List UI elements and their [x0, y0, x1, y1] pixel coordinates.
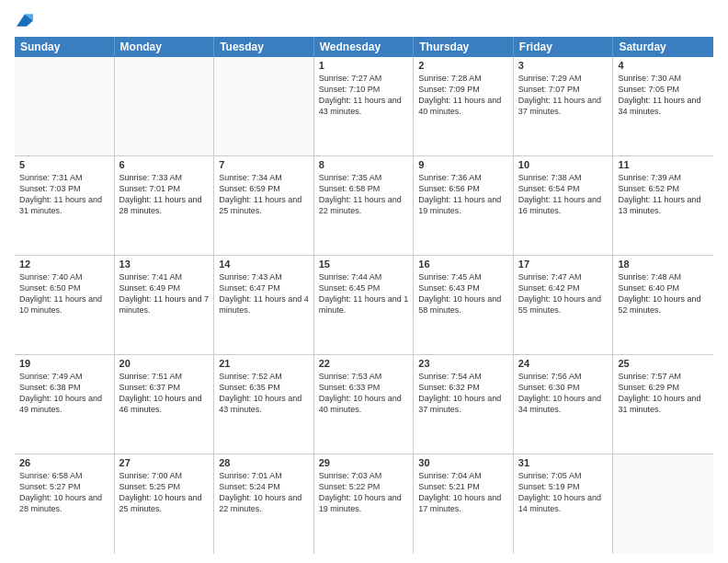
cal-cell: 6Sunrise: 7:33 AMSunset: 7:01 PMDaylight…: [115, 156, 215, 255]
cell-info: Sunrise: 7:39 AMSunset: 6:52 PMDaylight:…: [618, 172, 709, 217]
day-number: 22: [319, 358, 409, 369]
cell-info: Sunrise: 7:03 AMSunset: 5:22 PMDaylight:…: [319, 470, 409, 515]
cell-info: Sunrise: 7:41 AMSunset: 6:49 PMDaylight:…: [119, 271, 210, 316]
day-number: 10: [518, 159, 609, 170]
day-number: 7: [219, 159, 309, 170]
cal-cell: 25Sunrise: 7:57 AMSunset: 6:29 PMDayligh…: [613, 355, 713, 454]
day-number: 11: [618, 159, 709, 170]
cell-info: Sunrise: 7:40 AMSunset: 6:50 PMDaylight:…: [19, 271, 109, 316]
cell-info: Sunrise: 7:28 AMSunset: 7:09 PMDaylight:…: [418, 73, 508, 118]
cell-info: Sunrise: 7:29 AMSunset: 7:07 PMDaylight:…: [518, 73, 609, 118]
cal-cell: 5Sunrise: 7:31 AMSunset: 7:03 PMDaylight…: [15, 156, 115, 255]
cal-cell: 27Sunrise: 7:00 AMSunset: 5:25 PMDayligh…: [115, 454, 215, 554]
cal-cell: 28Sunrise: 7:01 AMSunset: 5:24 PMDayligh…: [214, 454, 314, 554]
day-number: 6: [119, 159, 210, 170]
header-day-friday: Friday: [514, 37, 614, 57]
day-number: 13: [119, 259, 210, 270]
cal-cell: 15Sunrise: 7:44 AMSunset: 6:45 PMDayligh…: [314, 256, 415, 354]
cal-cell: 12Sunrise: 7:40 AMSunset: 6:50 PMDayligh…: [15, 256, 115, 354]
day-number: 14: [219, 259, 309, 270]
cal-cell: 22Sunrise: 7:53 AMSunset: 6:33 PMDayligh…: [314, 355, 415, 454]
cell-info: Sunrise: 7:52 AMSunset: 6:35 PMDaylight:…: [219, 371, 309, 416]
cal-cell: 20Sunrise: 7:51 AMSunset: 6:37 PMDayligh…: [115, 355, 215, 454]
week-row-4: 19Sunrise: 7:49 AMSunset: 6:38 PMDayligh…: [15, 355, 713, 454]
cell-info: Sunrise: 7:48 AMSunset: 6:40 PMDaylight:…: [618, 271, 709, 316]
cal-cell: 31Sunrise: 7:05 AMSunset: 5:19 PMDayligh…: [514, 454, 614, 554]
day-number: 16: [418, 259, 508, 270]
cal-cell: 7Sunrise: 7:34 AMSunset: 6:59 PMDaylight…: [214, 156, 314, 255]
day-number: 3: [518, 60, 609, 71]
cell-info: Sunrise: 7:36 AMSunset: 6:56 PMDaylight:…: [418, 172, 508, 217]
cell-info: Sunrise: 7:45 AMSunset: 6:43 PMDaylight:…: [418, 271, 508, 316]
header-day-thursday: Thursday: [414, 37, 514, 57]
day-number: 2: [418, 60, 508, 71]
cal-cell: 17Sunrise: 7:47 AMSunset: 6:42 PMDayligh…: [514, 256, 614, 354]
cell-info: Sunrise: 7:54 AMSunset: 6:32 PMDaylight:…: [418, 371, 508, 416]
day-number: 30: [418, 457, 508, 468]
cal-cell: [115, 57, 215, 155]
cell-info: Sunrise: 7:30 AMSunset: 7:05 PMDaylight:…: [618, 73, 709, 118]
header-day-tuesday: Tuesday: [214, 37, 314, 57]
cal-cell: 21Sunrise: 7:52 AMSunset: 6:35 PMDayligh…: [214, 355, 314, 454]
header-day-wednesday: Wednesday: [314, 37, 415, 57]
day-number: 24: [518, 358, 609, 369]
day-number: 18: [618, 259, 709, 270]
cell-info: Sunrise: 7:56 AMSunset: 6:30 PMDaylight:…: [518, 371, 609, 416]
calendar: SundayMondayTuesdayWednesdayThursdayFrid…: [15, 37, 713, 554]
cal-cell: 2Sunrise: 7:28 AMSunset: 7:09 PMDaylight…: [414, 57, 514, 155]
header-day-saturday: Saturday: [613, 37, 713, 57]
cal-cell: 1Sunrise: 7:27 AMSunset: 7:10 PMDaylight…: [314, 57, 415, 155]
cell-info: Sunrise: 7:01 AMSunset: 5:24 PMDaylight:…: [219, 470, 309, 515]
cal-cell: 26Sunrise: 6:58 AMSunset: 5:27 PMDayligh…: [15, 454, 115, 554]
cell-info: Sunrise: 7:05 AMSunset: 5:19 PMDaylight:…: [518, 470, 609, 515]
cell-info: Sunrise: 7:57 AMSunset: 6:29 PMDaylight:…: [618, 371, 709, 416]
day-number: 28: [219, 457, 309, 468]
logo-icon: [17, 14, 33, 27]
cal-cell: 3Sunrise: 7:29 AMSunset: 7:07 PMDaylight…: [514, 57, 614, 155]
cell-info: Sunrise: 6:58 AMSunset: 5:27 PMDaylight:…: [19, 470, 109, 515]
cal-cell: 13Sunrise: 7:41 AMSunset: 6:49 PMDayligh…: [115, 256, 215, 354]
calendar-header: SundayMondayTuesdayWednesdayThursdayFrid…: [15, 37, 713, 57]
header-day-sunday: Sunday: [15, 37, 115, 57]
header: [15, 11, 713, 29]
cell-info: Sunrise: 7:44 AMSunset: 6:45 PMDaylight:…: [319, 271, 409, 316]
cell-info: Sunrise: 7:00 AMSunset: 5:25 PMDaylight:…: [119, 470, 210, 515]
cal-cell: [613, 454, 713, 554]
cell-info: Sunrise: 7:43 AMSunset: 6:47 PMDaylight:…: [219, 271, 309, 316]
week-row-1: 1Sunrise: 7:27 AMSunset: 7:10 PMDaylight…: [15, 57, 713, 156]
day-number: 1: [319, 60, 409, 71]
week-row-5: 26Sunrise: 6:58 AMSunset: 5:27 PMDayligh…: [15, 454, 713, 554]
page: SundayMondayTuesdayWednesdayThursdayFrid…: [0, 0, 728, 563]
cal-cell: 30Sunrise: 7:04 AMSunset: 5:21 PMDayligh…: [414, 454, 514, 554]
day-number: 25: [618, 358, 709, 369]
day-number: 29: [319, 457, 409, 468]
cell-info: Sunrise: 7:49 AMSunset: 6:38 PMDaylight:…: [19, 371, 109, 416]
day-number: 27: [119, 457, 210, 468]
cal-cell: 29Sunrise: 7:03 AMSunset: 5:22 PMDayligh…: [314, 454, 415, 554]
day-number: 19: [19, 358, 109, 369]
day-number: 20: [119, 358, 210, 369]
cell-info: Sunrise: 7:04 AMSunset: 5:21 PMDaylight:…: [418, 470, 508, 515]
day-number: 31: [518, 457, 609, 468]
week-row-2: 5Sunrise: 7:31 AMSunset: 7:03 PMDaylight…: [15, 156, 713, 256]
week-row-3: 12Sunrise: 7:40 AMSunset: 6:50 PMDayligh…: [15, 256, 713, 355]
cell-info: Sunrise: 7:53 AMSunset: 6:33 PMDaylight:…: [319, 371, 409, 416]
cal-cell: 11Sunrise: 7:39 AMSunset: 6:52 PMDayligh…: [613, 156, 713, 255]
cal-cell: 14Sunrise: 7:43 AMSunset: 6:47 PMDayligh…: [214, 256, 314, 354]
day-number: 21: [219, 358, 309, 369]
day-number: 12: [19, 259, 109, 270]
day-number: 17: [518, 259, 609, 270]
cal-cell: 8Sunrise: 7:35 AMSunset: 6:58 PMDaylight…: [314, 156, 415, 255]
day-number: 5: [19, 159, 109, 170]
day-number: 23: [418, 358, 508, 369]
cal-cell: 23Sunrise: 7:54 AMSunset: 6:32 PMDayligh…: [414, 355, 514, 454]
day-number: 15: [319, 259, 409, 270]
day-number: 8: [319, 159, 409, 170]
header-day-monday: Monday: [115, 37, 215, 57]
day-number: 4: [618, 60, 709, 71]
day-number: 26: [19, 457, 109, 468]
cal-cell: 19Sunrise: 7:49 AMSunset: 6:38 PMDayligh…: [15, 355, 115, 454]
cal-cell: 9Sunrise: 7:36 AMSunset: 6:56 PMDaylight…: [414, 156, 514, 255]
cell-info: Sunrise: 7:35 AMSunset: 6:58 PMDaylight:…: [319, 172, 409, 217]
cell-info: Sunrise: 7:51 AMSunset: 6:37 PMDaylight:…: [119, 371, 210, 416]
